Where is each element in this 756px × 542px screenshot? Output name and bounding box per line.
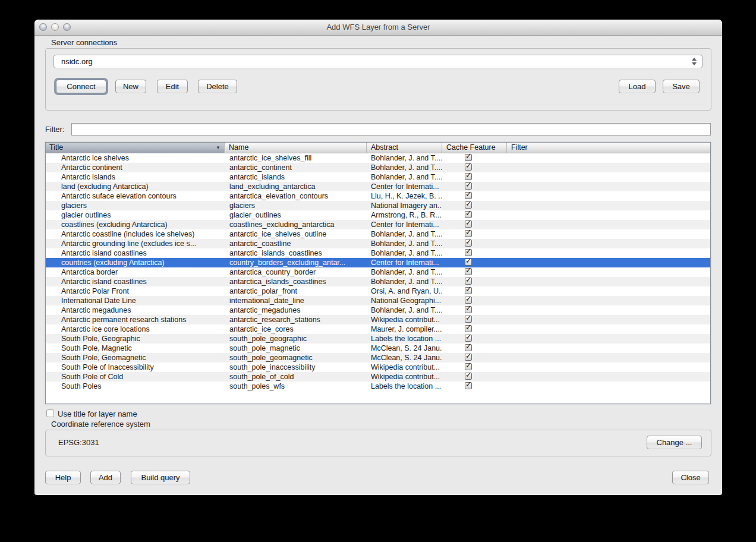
cache-feature-checkbox[interactable]: ✓: [465, 297, 472, 304]
cache-feature-checkbox[interactable]: ✓: [465, 249, 472, 256]
cell-name: south_pole_geographic: [225, 334, 367, 344]
cell-filter: [507, 172, 710, 182]
table-row[interactable]: South Polessouth_poles_wfsLabels the loc…: [46, 382, 710, 391]
cell-filter: [507, 305, 710, 315]
column-header-filter[interactable]: Filter: [507, 143, 710, 153]
cache-feature-checkbox[interactable]: ✓: [465, 240, 472, 247]
delete-button[interactable]: Delete: [198, 80, 237, 93]
cache-feature-checkbox[interactable]: ✓: [465, 163, 472, 171]
cell-abstract: McClean, S. 24 Janu...: [367, 353, 442, 363]
table-row[interactable]: Antarctic suface elevation contoursantar…: [46, 191, 710, 201]
cache-feature-checkbox[interactable]: ✓: [465, 354, 472, 361]
connection-dropdown[interactable]: nsidc.org: [53, 55, 703, 68]
connect-button[interactable]: Connect: [56, 80, 106, 93]
cell-cache-feature: ✓: [442, 315, 507, 324]
checkmark-icon: ✓: [465, 201, 472, 207]
checkmark-icon: ✓: [465, 315, 472, 322]
filter-label: Filter:: [45, 125, 65, 134]
new-button[interactable]: New: [115, 80, 146, 93]
column-header-name[interactable]: Name: [225, 143, 367, 153]
table-row[interactable]: Antarctic coastline (includes ice shelve…: [46, 229, 710, 239]
column-header-abstract[interactable]: Abstract: [367, 143, 442, 153]
cell-title: South Pole, Geographic: [46, 334, 225, 344]
table-row[interactable]: Antarctic ice core locationsantarctic_ic…: [46, 324, 710, 334]
cell-name: antarctic_research_stations: [225, 315, 367, 324]
cache-feature-checkbox[interactable]: ✓: [465, 192, 472, 199]
table-row[interactable]: South Pole, Geographicsouth_pole_geograp…: [46, 334, 710, 344]
table-row[interactable]: Antarctica borderantarctica_country_bord…: [46, 267, 710, 277]
cache-feature-checkbox[interactable]: ✓: [465, 182, 472, 190]
filter-input[interactable]: [71, 123, 711, 136]
table-row[interactable]: countries (excluding Antarctica)country_…: [46, 258, 710, 267]
cell-title: Antarctic island coastlines: [46, 248, 225, 258]
cache-feature-checkbox[interactable]: ✓: [465, 316, 472, 323]
cache-feature-checkbox[interactable]: ✓: [465, 344, 472, 351]
cache-feature-checkbox[interactable]: ✓: [465, 268, 472, 275]
cache-feature-checkbox[interactable]: ✓: [465, 201, 472, 209]
cell-filter: [507, 201, 710, 210]
cell-filter: [507, 210, 710, 220]
cell-abstract: Labels the location ...: [367, 334, 442, 344]
cell-abstract: Bohlander, J. and T....: [367, 267, 442, 277]
cache-feature-checkbox[interactable]: ✓: [465, 259, 472, 266]
close-button[interactable]: Close: [672, 471, 709, 484]
table-row[interactable]: glacier outlinesglacier_outlinesArmstron…: [46, 210, 710, 220]
cache-feature-checkbox[interactable]: ✓: [465, 363, 472, 370]
cache-feature-checkbox[interactable]: ✓: [465, 306, 472, 313]
table-row[interactable]: Antarctic continentantarctic_continentBo…: [46, 163, 710, 172]
table-row[interactable]: Antarctic grounding line (excludes ice s…: [46, 239, 710, 248]
build-query-button[interactable]: Build query: [131, 471, 190, 484]
cell-abstract: Center for Internati...: [367, 182, 442, 191]
column-header-title[interactable]: Title ▼: [46, 143, 225, 153]
cell-abstract: Orsi, A. and Ryan, U...: [367, 286, 442, 296]
table-row[interactable]: Antarctic megadunesantarctic_megadunesBo…: [46, 305, 710, 315]
load-button[interactable]: Load: [619, 80, 656, 93]
crs-group: [45, 430, 711, 456]
add-button[interactable]: Add: [90, 471, 121, 484]
checkmark-icon: ✓: [465, 296, 472, 302]
table-row[interactable]: coastlines (excluding Antarctica)coastli…: [46, 220, 710, 229]
change-crs-button[interactable]: Change ...: [647, 436, 702, 449]
cache-feature-checkbox[interactable]: ✓: [465, 230, 472, 237]
cache-feature-checkbox[interactable]: ✓: [465, 220, 472, 228]
cache-feature-checkbox[interactable]: ✓: [465, 154, 472, 161]
cache-feature-checkbox[interactable]: ✓: [465, 287, 472, 294]
table-row[interactable]: Antarctic island coastlinesantarctic_isl…: [46, 248, 710, 258]
edit-button[interactable]: Edit: [157, 80, 188, 93]
titlebar[interactable]: Add WFS Layer from a Server: [34, 20, 722, 36]
table-row[interactable]: Antarctic ice shelvesantarctic_ice_shelv…: [46, 153, 710, 163]
table-row[interactable]: South Pole of Inaccessibilitysouth_pole_…: [46, 363, 710, 372]
table-row[interactable]: South Pole of Coldsouth_pole_of_coldWiki…: [46, 372, 710, 382]
table-row[interactable]: Antarctic island coastlinesantarctica_is…: [46, 277, 710, 286]
cell-cache-feature: ✓: [442, 163, 507, 172]
cell-title: coastlines (excluding Antarctica): [46, 220, 225, 229]
cache-feature-checkbox[interactable]: ✓: [465, 373, 472, 380]
cell-filter: [507, 153, 710, 163]
cache-feature-checkbox[interactable]: ✓: [465, 173, 472, 180]
use-title-checkbox[interactable]: [46, 409, 54, 417]
table-row[interactable]: South Pole, Geomagneticsouth_pole_geomag…: [46, 353, 710, 363]
table-row[interactable]: Antarctic permanent research stationsant…: [46, 315, 710, 324]
table-row[interactable]: South Pole, Magneticsouth_pole_magneticM…: [46, 344, 710, 353]
help-button[interactable]: Help: [45, 471, 81, 484]
column-header-cache-feature[interactable]: Cache Feature: [442, 143, 507, 153]
cell-filter: [507, 229, 710, 239]
cell-cache-feature: ✓: [442, 267, 507, 277]
cell-name: antarctica_elevation_contours: [225, 191, 367, 201]
cache-feature-checkbox[interactable]: ✓: [465, 335, 472, 342]
table-row[interactable]: International Date Lineinternational_dat…: [46, 296, 710, 305]
cell-name: antarctic_ice_shelves_fill: [225, 153, 367, 163]
table-row[interactable]: Antarctic islandsantarctic_islandsBohlan…: [46, 172, 710, 182]
table-row[interactable]: land (excluding Antarctica)land_excludin…: [46, 182, 710, 191]
cell-cache-feature: ✓: [442, 191, 507, 201]
cell-cache-feature: ✓: [442, 153, 507, 163]
cache-feature-checkbox[interactable]: ✓: [465, 382, 472, 389]
cell-filter: [507, 267, 710, 277]
cache-feature-checkbox[interactable]: ✓: [465, 278, 472, 285]
cache-feature-checkbox[interactable]: ✓: [465, 211, 472, 218]
cell-title: Antarctic ice shelves: [46, 153, 225, 163]
save-button[interactable]: Save: [663, 80, 700, 93]
table-row[interactable]: Antarctic Polar Frontantarctic_polar_fro…: [46, 286, 710, 296]
cache-feature-checkbox[interactable]: ✓: [465, 325, 472, 332]
table-row[interactable]: glaciersglaciersNational Imagery an...✓: [46, 201, 710, 210]
